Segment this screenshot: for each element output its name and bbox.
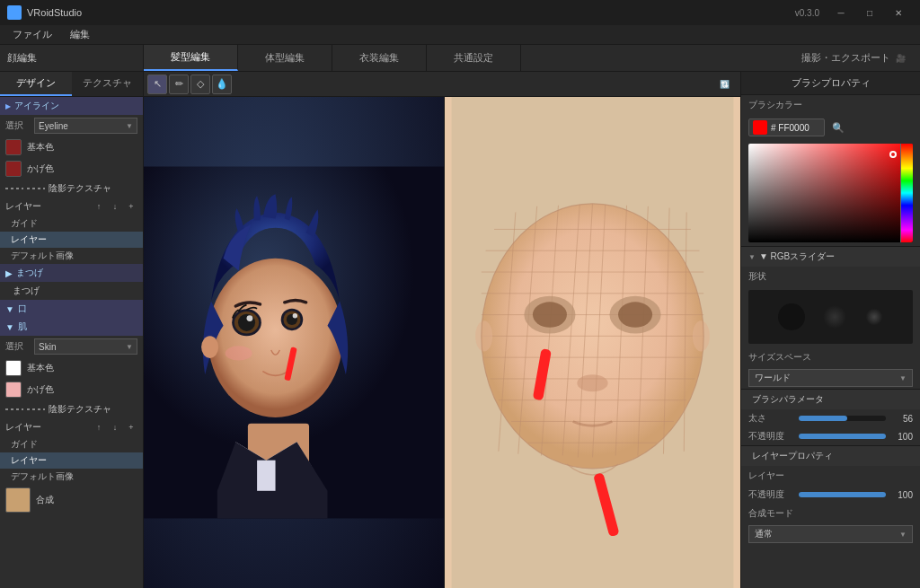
- opacity-fill: [799, 434, 886, 439]
- eyeline-basic-color-row: 基本色: [0, 136, 143, 158]
- brush-color-row: ブラシカラー: [741, 95, 920, 115]
- sub-tab-texture[interactable]: テクスチャ: [72, 72, 144, 96]
- eyeline-default-image-item[interactable]: デフォルト画像: [0, 248, 143, 264]
- svg-point-40: [533, 302, 567, 328]
- size-space-row: サイズスペース: [741, 347, 920, 367]
- skin-shadow-color-label: かげ色: [27, 383, 54, 396]
- shape-softer[interactable]: [864, 307, 884, 327]
- tab-common[interactable]: 共通設定: [427, 45, 521, 71]
- size-space-dropdown[interactable]: ワールド ▼: [748, 369, 913, 387]
- layer-opacity-slider[interactable]: [799, 492, 886, 497]
- svg-point-41: [618, 302, 652, 328]
- eyeline-shadow-tex-label: 陰影テクスチャ: [49, 182, 111, 195]
- skin-select[interactable]: Skin ▼: [34, 338, 137, 355]
- viewport-toolbar: ↖ ✏ ◇ 💧 🔃: [144, 72, 740, 97]
- size-space-label: サイズスペース: [748, 351, 811, 364]
- brush-params-header[interactable]: ブラシパラメータ: [741, 389, 920, 409]
- cursor-tool-button[interactable]: ↖: [147, 75, 167, 94]
- blend-mode-dropdown[interactable]: 通常 ▼: [748, 525, 913, 543]
- sub-tab-design[interactable]: デザイン: [0, 72, 72, 96]
- bucket-tool-button[interactable]: 💧: [212, 75, 232, 94]
- size-space-arrow-icon: ▼: [899, 374, 907, 382]
- tab-camera[interactable]: 撮影・エクスポート 🎥: [787, 45, 920, 71]
- skin-thumbnail-row: 合成: [0, 485, 143, 515]
- viewports: [144, 97, 740, 588]
- opacity-label: 不透明度: [748, 430, 793, 443]
- camera-icon: 🎥: [896, 54, 906, 63]
- layer-up-button[interactable]: ↑: [93, 200, 105, 213]
- thickness-label: 太さ: [748, 412, 793, 425]
- eyeline-shadow-color-label: かげ色: [27, 162, 54, 175]
- eyeline-shadow-color-swatch[interactable]: [5, 161, 22, 177]
- eyeline-shadow-tex-row: 陰影テクスチャ: [0, 180, 143, 197]
- dash-line2: [27, 188, 45, 189]
- layer-opacity-slider-row: 不透明度 100: [741, 486, 920, 504]
- skin-layer-up[interactable]: ↑: [93, 421, 105, 434]
- layer-opacity-fill: [799, 492, 886, 497]
- rgb-slider-header[interactable]: ▼ ▼ RGBスライダー: [741, 246, 920, 267]
- eyeline-basic-color-swatch[interactable]: [5, 139, 22, 155]
- color-preview-box[interactable]: # FF0000: [748, 118, 825, 136]
- svg-point-3: [208, 259, 343, 417]
- menu-file[interactable]: ファイル: [4, 26, 61, 43]
- skin-default-image-item[interactable]: デフォルト画像: [0, 469, 143, 485]
- blend-mode-arrow-icon: ▼: [899, 531, 907, 539]
- minimize-button[interactable]: ─: [827, 0, 855, 25]
- color-picker-gradient[interactable]: [748, 144, 913, 242]
- viewport-texture[interactable]: [444, 97, 740, 588]
- eyelash-color-row: まつげ: [0, 282, 143, 300]
- section-mouth[interactable]: ▼ 口: [0, 300, 143, 318]
- menubar: ファイル 編集: [0, 25, 920, 45]
- tri-icon3: ▼: [5, 304, 14, 314]
- skin-basic-color-label: 基本色: [27, 362, 54, 374]
- tab-outfit[interactable]: 衣装編集: [332, 45, 427, 71]
- blend-mode-label: 合成モード: [748, 507, 811, 520]
- version-label: v0.3.0: [795, 8, 819, 18]
- triangle-icon: ▶: [5, 102, 11, 110]
- thickness-slider[interactable]: [799, 416, 886, 421]
- close-button[interactable]: ✕: [884, 0, 913, 25]
- menu-edit[interactable]: 編集: [61, 26, 99, 43]
- shape-soft[interactable]: [823, 305, 846, 329]
- opacity-slider[interactable]: [799, 434, 886, 439]
- pen-tool-button[interactable]: ✏: [169, 75, 189, 94]
- skin-layer-down[interactable]: ↓: [109, 421, 121, 434]
- eyedropper-button[interactable]: 🔍: [830, 119, 846, 136]
- layer-props-header[interactable]: レイヤープロパティ: [741, 445, 920, 466]
- eyeline-select[interactable]: Eyeline ▼: [34, 118, 137, 134]
- skin-layer-item[interactable]: レイヤー: [0, 452, 143, 469]
- layer-opacity-value: 100: [891, 490, 913, 500]
- layer-down-button[interactable]: ↓: [109, 200, 121, 213]
- viewport-hint: 🔃: [720, 80, 737, 89]
- skin-layer-header: レイヤー ↑ ↓ +: [0, 418, 143, 436]
- skin-basic-color-swatch[interactable]: [5, 360, 22, 376]
- section-eyeline[interactable]: ▶ アイライン: [0, 97, 143, 115]
- skin-select-label: 選択: [5, 340, 31, 353]
- color-picker-cursor: [889, 151, 897, 158]
- titlebar: VRoidStudio v0.3.0 ─ □ ✕: [0, 0, 920, 25]
- maximize-button[interactable]: □: [855, 0, 884, 25]
- shape-hard[interactable]: [778, 303, 805, 330]
- svg-point-12: [293, 313, 297, 318]
- color-swatch-red: [753, 120, 767, 135]
- section-eyelash[interactable]: ▶ まつげ: [0, 264, 143, 282]
- tabbar: 顔編集 髪型編集 体型編集 衣装編集 共通設定 撮影・エクスポート 🎥: [0, 45, 920, 72]
- eyeline-layer-item[interactable]: レイヤー: [0, 232, 143, 248]
- hue-slider[interactable]: [900, 144, 913, 242]
- eyeline-guide-item[interactable]: ガイド: [0, 215, 143, 232]
- eraser-tool-button[interactable]: ◇: [190, 75, 210, 94]
- skin-layer-add[interactable]: +: [125, 421, 137, 434]
- tab-hair[interactable]: 髪型編集: [144, 45, 238, 71]
- section-skin[interactable]: ▼ 肌: [0, 318, 143, 336]
- skin-layer-title: レイヤー: [5, 421, 89, 434]
- viewport-3d[interactable]: [144, 97, 444, 588]
- brush-color-picker-row: # FF0000 🔍: [741, 115, 920, 140]
- left-panel: デザイン テクスチャ ▶ アイライン 選択 Eyeline ▼ 基本色 かげ色: [0, 72, 144, 588]
- skin-shadow-color-swatch[interactable]: [5, 382, 22, 398]
- tab-body[interactable]: 体型編集: [238, 45, 332, 71]
- skin-guide-item[interactable]: ガイド: [0, 436, 143, 452]
- app-icon: [7, 5, 22, 20]
- sub-tabs: デザイン テクスチャ: [0, 72, 143, 97]
- thickness-value: 56: [891, 414, 913, 424]
- layer-add-button[interactable]: +: [125, 200, 137, 213]
